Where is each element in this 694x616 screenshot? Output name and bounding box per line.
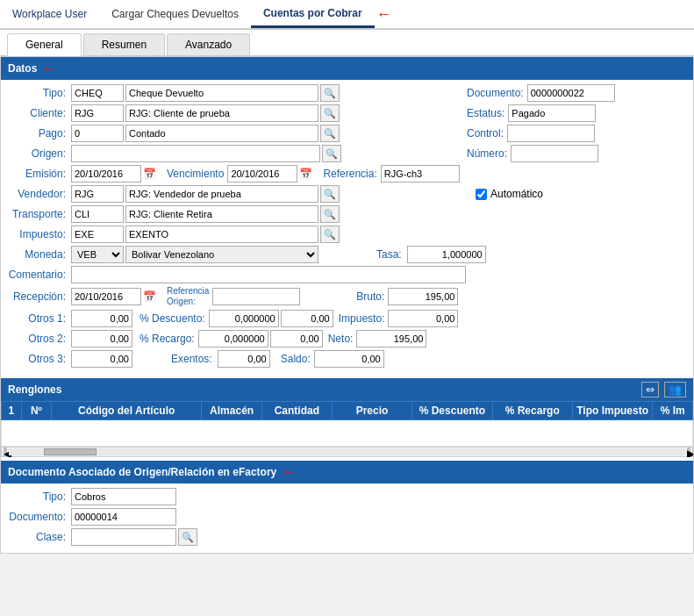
doc-documento-label: Documento: xyxy=(8,511,71,523)
origen-input[interactable] xyxy=(71,145,320,162)
calendar-emision-icon[interactable]: 📅 xyxy=(143,168,156,180)
tipo-search-btn[interactable]: 🔍 xyxy=(320,84,340,102)
recepcion-label: Recepción: xyxy=(8,290,71,303)
exentos-label: Exentos: xyxy=(168,353,216,365)
col-almacen: Almacén xyxy=(202,402,262,420)
cliente-label: Cliente: xyxy=(8,107,71,119)
otros3-input[interactable] xyxy=(71,350,132,368)
nav-cargar-cheques[interactable]: Cargar Cheques Devueltos xyxy=(99,0,251,28)
nav-cuentas-cobrar[interactable]: Cuentas por Cobrar xyxy=(251,0,375,28)
emision-input[interactable] xyxy=(71,165,141,183)
transporte-code-input[interactable] xyxy=(71,205,124,223)
tipo-code-input[interactable] xyxy=(71,84,124,102)
descuento-pct-input[interactable] xyxy=(209,310,279,327)
neto-label: Neto: xyxy=(325,333,357,345)
doc-clase-search-btn[interactable]: 🔍 xyxy=(178,528,197,546)
moneda-desc-select[interactable]: Bolivar Venezolano xyxy=(125,246,318,263)
descuento-label: % Descuento: xyxy=(136,312,209,325)
origen-search-btn[interactable]: 🔍 xyxy=(322,145,341,162)
transporte-desc-input[interactable] xyxy=(125,205,318,223)
transporte-label: Transporte: xyxy=(8,208,71,220)
comentario-input[interactable] xyxy=(71,266,466,283)
comentario-label: Comentario: xyxy=(8,269,71,281)
exentos-input[interactable] xyxy=(218,350,270,368)
estatus-input[interactable] xyxy=(508,104,596,122)
automatico-checkbox[interactable] xyxy=(476,189,487,200)
cliente-desc-input[interactable] xyxy=(125,104,318,122)
tasa-input[interactable] xyxy=(407,246,486,263)
referencia-origen-input[interactable] xyxy=(212,288,300,305)
calendar-recepcion-icon[interactable]: 📅 xyxy=(143,290,156,303)
documento-input[interactable] xyxy=(527,84,615,102)
impuesto-label: Impuesto: xyxy=(8,228,71,240)
otros1-input[interactable] xyxy=(71,310,132,327)
doc-asociado-section-header: Documento Asociado de Origen/Relación en… xyxy=(1,461,693,483)
vencimiento-input[interactable] xyxy=(227,165,297,183)
col-pct-im: % Im xyxy=(653,402,693,420)
doc-clase-input[interactable] xyxy=(71,528,176,546)
numero-label: Número: xyxy=(467,147,511,160)
col-precio: Precio xyxy=(332,402,411,420)
referencia-origen-label: Referencia xyxy=(167,286,209,297)
origen-label: Origen: xyxy=(8,147,71,160)
impuesto-code-input[interactable] xyxy=(71,226,124,243)
col-descuento: % Descuento xyxy=(412,402,492,420)
moneda-code-select[interactable]: VEB xyxy=(71,246,124,263)
vendedor-label: Vendedor: xyxy=(8,188,71,200)
vendedor-search-btn[interactable]: 🔍 xyxy=(320,185,340,203)
pago-label: Pago: xyxy=(8,127,71,140)
moneda-label: Moneda: xyxy=(8,248,71,261)
otros1-label: Otros 1: xyxy=(8,312,71,325)
cliente-search-btn[interactable]: 🔍 xyxy=(320,104,340,122)
doc-tipo-input[interactable] xyxy=(71,488,176,505)
neto-input[interactable] xyxy=(356,330,426,347)
documento-label: Documento: xyxy=(467,87,527,99)
automatico-label: Automático xyxy=(490,188,543,200)
nav-workplace-user[interactable]: Workplace User xyxy=(0,0,99,28)
renglones-expand-btn[interactable]: ⇔ xyxy=(641,382,659,398)
estatus-label: Estatus: xyxy=(467,107,508,119)
datos-section-header: Datos ← xyxy=(1,57,693,80)
descuento-val-input[interactable] xyxy=(281,310,333,327)
tab-general[interactable]: General xyxy=(7,33,82,56)
vendedor-code-input[interactable] xyxy=(71,185,124,203)
referencia-input[interactable] xyxy=(381,165,460,183)
otros2-input[interactable] xyxy=(71,330,132,347)
vencimiento-label: Vencimiento xyxy=(163,168,227,180)
recargo-val-input[interactable] xyxy=(270,330,323,347)
calendar-venc-icon[interactable]: 📅 xyxy=(299,168,312,180)
pago-search-btn[interactable]: 🔍 xyxy=(320,125,340,142)
control-input[interactable] xyxy=(507,125,595,142)
cliente-code-input[interactable] xyxy=(71,104,124,122)
pago-code-input[interactable] xyxy=(71,125,124,142)
impuesto2-input[interactable] xyxy=(388,310,458,327)
transporte-search-btn[interactable]: 🔍 xyxy=(320,205,340,223)
pago-desc-input[interactable] xyxy=(125,125,318,142)
recepcion-input[interactable] xyxy=(71,288,141,305)
table-row xyxy=(2,420,693,447)
impuesto-desc-input[interactable] xyxy=(125,226,318,243)
bruto-label: Bruto: xyxy=(353,290,388,303)
tab-avanzado[interactable]: Avanzado xyxy=(167,33,250,55)
tasa-label: Tasa: xyxy=(371,248,407,261)
otros3-label: Otros 3: xyxy=(8,353,71,365)
arrow-indicator: ← xyxy=(376,5,392,24)
tab-resumen[interactable]: Resumen xyxy=(83,33,165,55)
emision-label: Emisión: xyxy=(8,168,71,180)
doc-documento-input[interactable] xyxy=(71,508,176,526)
col-codigo: Código del Artículo xyxy=(52,402,202,420)
saldo-input[interactable] xyxy=(314,350,384,368)
tipo-desc-input[interactable] xyxy=(125,84,318,102)
recargo-pct-input[interactable] xyxy=(198,330,268,347)
col-cantidad: Cantidad xyxy=(261,402,332,420)
bruto-input[interactable] xyxy=(388,288,458,305)
col-tipo-impuesto: Tipo Impuesto xyxy=(572,402,652,420)
renglones-users-btn[interactable]: 👥 xyxy=(664,382,686,398)
numero-input[interactable] xyxy=(511,145,598,162)
otros2-label: Otros 2: xyxy=(8,333,71,345)
col-recargo: % Recargo xyxy=(492,402,572,420)
vendedor-desc-input[interactable] xyxy=(125,185,318,203)
impuesto-search-btn[interactable]: 🔍 xyxy=(320,226,340,243)
recargo-label: % Recargo: xyxy=(136,333,198,345)
saldo-label: Saldo: xyxy=(277,353,314,365)
